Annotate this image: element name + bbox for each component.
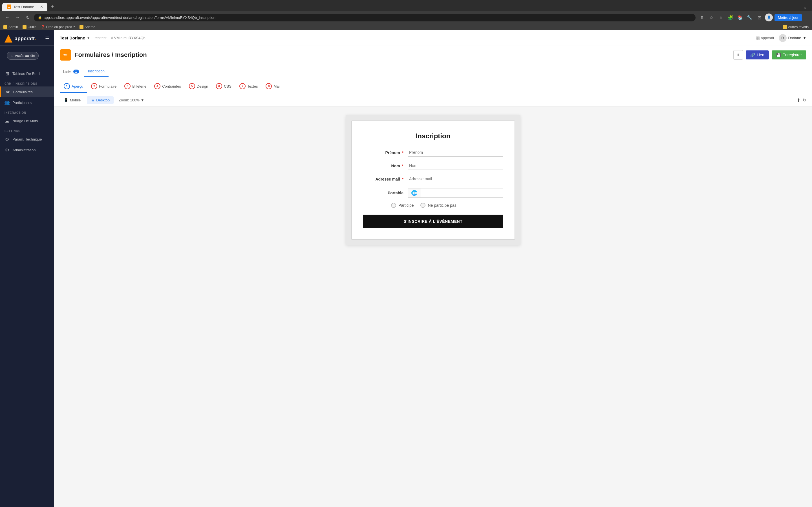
user-menu[interactable]: D Doriane ▼	[779, 34, 806, 42]
event-selector[interactable]: Test Doriane ▼	[60, 36, 90, 40]
active-tab[interactable]: ▲ Test Doriane ×	[2, 3, 47, 11]
export-button[interactable]: ⬆	[733, 50, 743, 60]
tab-contraintes[interactable]: 4 Contraintes	[150, 80, 185, 93]
close-tab-button[interactable]: ×	[40, 4, 43, 9]
page-title: Formulaires / Inscription	[74, 51, 147, 59]
zoom-dropdown[interactable]: Zoom: 100% ▼	[116, 96, 147, 104]
sidebar-item-formulaires[interactable]: ✏ Formulaires	[0, 87, 54, 97]
tab-textes[interactable]: 7 Textes	[236, 80, 262, 93]
bookmark-prod[interactable]: ❓Prod ou pas prod ?	[41, 25, 75, 29]
view-toolbar-right: ⬆ ↻	[797, 98, 806, 103]
hash-id: VMinImuRYXS4Qb	[114, 36, 146, 40]
info-button[interactable]: ℹ	[717, 13, 725, 21]
tabs-container: 1 Aperçu 2 Formulaire 3 Billeterie 4 Con…	[60, 79, 284, 94]
form-row-nom: Nom *	[363, 162, 503, 170]
sidebar-item-administration[interactable]: ⚙ Administration	[0, 145, 54, 155]
chevron-down-icon: ▼	[87, 36, 90, 40]
sidebar-item-nuage[interactable]: ☁ Nuage De Mots	[0, 115, 54, 126]
email-label: Adresse mail *	[363, 177, 408, 181]
update-browser-button[interactable]: Mettre à jour	[774, 14, 802, 21]
form-container: Inscription Prénom * Nom *	[351, 121, 515, 240]
refresh-view-button[interactable]: ↻	[803, 98, 806, 103]
desktop-icon: 🖥	[91, 98, 94, 102]
prenom-label: Prénom *	[363, 151, 408, 155]
sidebar-item-label: Administration	[12, 148, 36, 152]
desktop-view-button[interactable]: 🖥 Desktop	[87, 96, 114, 104]
sidebar-item-param[interactable]: ⚙ Param. Technique	[0, 134, 54, 145]
mobile-view-button[interactable]: 📱 Mobile	[60, 96, 85, 104]
brand-name: appcraft	[761, 36, 774, 40]
top-bar: Test Doriane ▼ testtest # VMinImuRYXS4Qb…	[54, 30, 812, 46]
bookmark-outils[interactable]: Outils	[22, 25, 36, 29]
phone-number-input[interactable]	[420, 188, 503, 198]
tab-design[interactable]: 5 Design	[185, 80, 212, 93]
hash-tag-area: # VMinImuRYXS4Qb	[111, 36, 146, 40]
sidebar-item-participants[interactable]: 👥 Participants	[0, 97, 54, 108]
canvas-area: Inscription Prénom * Nom *	[54, 107, 812, 507]
extension2-button[interactable]: 📚	[736, 13, 744, 21]
bookmark-button[interactable]: ☆	[707, 13, 715, 21]
browser-tabs: ▲ Test Doriane × + ⌄	[0, 0, 812, 11]
extension-button[interactable]: 🧩	[726, 13, 734, 21]
browser-user-avatar[interactable]: 👤	[765, 13, 773, 21]
tab-formulaire[interactable]: 2 Formulaire	[87, 80, 120, 93]
download-button[interactable]: ⬆	[698, 13, 706, 21]
browser-actions: ⬆ ☆ ℹ 🧩 📚 🔧 ⊡ 👤 Mettre à jour ⋮	[698, 13, 809, 21]
hamburger-button[interactable]: ☰	[45, 36, 50, 42]
form-row-phone: Portable 🌐	[363, 188, 503, 198]
sidebar-item-dashboard[interactable]: ⊞ Tableau De Bord	[0, 68, 54, 79]
access-site-button[interactable]: ⊡ Accès au site	[7, 52, 39, 60]
page-header-right: ⬆ 🔗 Lien 💾 Enregistrer	[733, 50, 806, 60]
phone-flag-selector[interactable]: 🌐	[408, 188, 420, 198]
reload-button[interactable]: ↻	[24, 13, 32, 21]
app-layout: appcraft. ☰ ⊡ Accès au site ⊞ Tableau De…	[0, 30, 812, 507]
radio-participe[interactable]: Participe	[391, 203, 414, 208]
url-text: app.sandbox.appcraft.events/appcraft/eve…	[44, 15, 215, 20]
sidebar-item-label: Formulaires	[13, 90, 33, 94]
required-indicator: *	[402, 177, 403, 181]
tab-apercu[interactable]: 1 Aperçu	[60, 80, 87, 93]
extensions-button[interactable]: 🔧	[746, 13, 754, 21]
participants-icon: 👥	[4, 100, 10, 105]
share-view-button[interactable]: ⬆	[797, 98, 801, 103]
nuage-icon: ☁	[4, 118, 10, 123]
required-indicator: *	[402, 151, 403, 155]
phone-input-wrapper: 🌐	[408, 188, 503, 198]
bookmark-admin[interactable]: Admin	[3, 25, 18, 29]
mobile-icon: 📱	[64, 98, 68, 102]
new-tab-button[interactable]: +	[49, 3, 56, 11]
tab-title: Test Doriane	[13, 5, 34, 9]
tab-billeterie[interactable]: 3 Billeterie	[120, 80, 150, 93]
nom-input[interactable]	[408, 162, 503, 170]
url-bar[interactable]: 🔒 app.sandbox.appcraft.events/appcraft/e…	[34, 14, 696, 21]
tab-inscription[interactable]: Inscription	[84, 66, 109, 76]
tab-menu-button[interactable]: ⌄	[801, 2, 810, 11]
tab-number-4: 4	[154, 83, 160, 89]
submit-button[interactable]: S'INSCRIRE À L'ÉVÉNEMENT	[363, 215, 503, 228]
forward-button[interactable]: →	[13, 13, 21, 21]
link-icon: 🔗	[750, 53, 755, 57]
page-header: ✏ Formulaires / Inscription ⬆ 🔗 Lien 💾 E…	[54, 46, 812, 64]
tab-css[interactable]: 6 CSS	[212, 80, 236, 93]
tab-list-button[interactable]: Liste 1	[60, 68, 82, 75]
save-button[interactable]: 💾 Enregistrer	[772, 50, 806, 59]
bookmark-ademe[interactable]: Ademe	[80, 25, 95, 29]
radio-row: Participe Ne participe pas	[363, 203, 503, 208]
radio-circle-2	[420, 203, 425, 208]
page-icon: ✏	[60, 49, 71, 61]
top-bar-right: ▦ appcraft D Doriane ▼	[756, 34, 806, 42]
split-button[interactable]: ⊡	[755, 13, 763, 21]
back-button[interactable]: ←	[3, 13, 11, 21]
email-input[interactable]	[408, 175, 503, 183]
browser-menu-button[interactable]: ⋮	[804, 14, 809, 20]
prenom-input[interactable]	[408, 149, 503, 157]
grid-icon: ▦	[756, 35, 760, 41]
link-button[interactable]: 🔗 Lien	[746, 50, 769, 59]
radio-ne-participe-pas[interactable]: Ne participe pas	[420, 203, 456, 208]
bookmark-others[interactable]: Autres favoris	[783, 25, 809, 29]
form-row-email: Adresse mail *	[363, 175, 503, 183]
top-bar-brand: ▦ appcraft	[756, 35, 774, 41]
tab-mail[interactable]: 8 Mail	[262, 80, 284, 93]
tab-number-3: 3	[124, 83, 131, 89]
tab-list-area: Liste 1 Inscription	[60, 64, 109, 79]
